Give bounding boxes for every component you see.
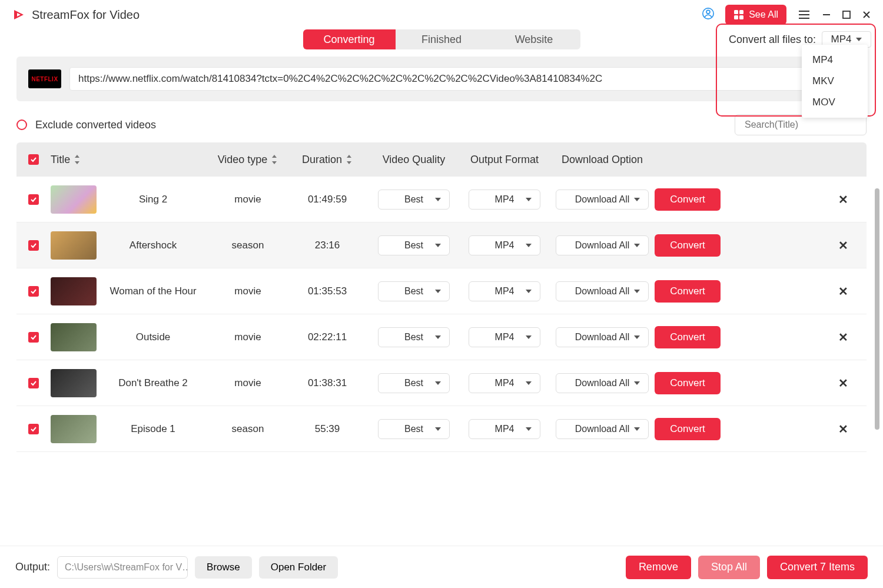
video-type: movie	[210, 285, 286, 297]
video-title: Sing 2	[97, 194, 210, 205]
row-checkbox[interactable]	[28, 332, 39, 343]
download-select[interactable]: Download All	[556, 190, 649, 210]
download-select[interactable]: Download All	[556, 235, 649, 255]
caret-down-icon	[526, 198, 532, 201]
remove-row-icon[interactable]: ✕	[831, 192, 855, 207]
format-option-mkv[interactable]: MKV	[802, 71, 868, 92]
menu-icon[interactable]	[797, 8, 811, 22]
tab-converting[interactable]: Converting	[303, 29, 396, 49]
svg-rect-6	[843, 11, 850, 18]
open-folder-button[interactable]: Open Folder	[259, 556, 338, 579]
format-option-mp4[interactable]: MP4	[802, 49, 868, 71]
format-select[interactable]: MP4	[469, 190, 540, 210]
header: StreamFox for Video See All	[0, 0, 883, 29]
convert-button[interactable]: Convert	[655, 280, 721, 303]
caret-down-icon	[435, 381, 441, 385]
see-all-label: See All	[749, 9, 778, 20]
remove-row-icon[interactable]: ✕	[831, 422, 855, 436]
column-type[interactable]: Video type	[210, 154, 286, 166]
download-select[interactable]: Download All	[556, 327, 649, 347]
table-row: Woman of the Hour movie 01:35:53 Best MP…	[16, 268, 867, 314]
tab-finished[interactable]: Finished	[396, 29, 488, 49]
circle-icon	[16, 119, 27, 130]
svg-rect-2	[734, 10, 738, 14]
grid-icon	[733, 9, 744, 20]
download-select[interactable]: Download All	[556, 373, 649, 393]
quality-select[interactable]: Best	[378, 419, 450, 439]
convert-all-label: Convert all files to:	[729, 34, 816, 46]
format-select[interactable]: MP4	[469, 281, 540, 301]
tabs: Converting Finished Website	[303, 29, 580, 49]
video-title: Woman of the Hour	[97, 285, 210, 297]
convert-button[interactable]: Convert	[655, 418, 721, 440]
caret-down-icon	[526, 244, 532, 247]
video-type: season	[210, 240, 286, 251]
remove-row-icon[interactable]: ✕	[831, 330, 855, 344]
column-title[interactable]: Title	[39, 154, 210, 166]
column-duration[interactable]: Duration	[286, 154, 369, 166]
video-duration: 02:22:11	[286, 331, 369, 343]
caret-down-icon	[526, 335, 532, 339]
caret-down-icon	[634, 381, 640, 385]
sort-icon	[271, 155, 278, 164]
video-thumbnail	[51, 185, 97, 214]
remove-row-icon[interactable]: ✕	[831, 284, 855, 298]
row-checkbox[interactable]	[28, 424, 39, 434]
quality-select[interactable]: Best	[378, 281, 450, 301]
quality-select[interactable]: Best	[378, 327, 450, 347]
convert-all-value: MP4	[831, 34, 852, 45]
video-thumbnail	[51, 277, 97, 305]
sort-icon	[346, 155, 353, 164]
table-row: Don't Breathe 2 movie 01:38:31 Best MP4 …	[16, 360, 867, 406]
download-select[interactable]: Download All	[556, 281, 649, 301]
app-title: StreamFox for Video	[32, 8, 140, 22]
convert-button[interactable]: Convert	[655, 234, 721, 257]
select-all-checkbox[interactable]	[28, 154, 39, 165]
minimize-icon[interactable]	[822, 10, 831, 19]
format-select[interactable]: MP4	[469, 235, 540, 255]
video-type: movie	[210, 377, 286, 389]
stop-all-button[interactable]: Stop All	[698, 556, 760, 579]
format-select[interactable]: MP4	[469, 327, 540, 347]
quality-select[interactable]: Best	[378, 373, 450, 393]
convert-button[interactable]: Convert	[655, 188, 721, 211]
see-all-button[interactable]: See All	[725, 5, 786, 25]
convert-button[interactable]: Convert	[655, 326, 721, 348]
format-select[interactable]: MP4	[469, 419, 540, 439]
video-duration: 01:38:31	[286, 377, 369, 389]
format-select[interactable]: MP4	[469, 373, 540, 393]
download-select[interactable]: Download All	[556, 419, 649, 439]
exclude-toggle[interactable]: Exclude converted videos	[16, 119, 156, 131]
output-path[interactable]: C:\Users\w\StreamFox for V…	[57, 556, 188, 579]
quality-select[interactable]: Best	[378, 235, 450, 255]
convert-button[interactable]: Convert	[655, 372, 721, 394]
caret-down-icon	[634, 244, 640, 247]
caret-down-icon	[634, 427, 640, 431]
quality-select[interactable]: Best	[378, 190, 450, 210]
browse-button[interactable]: Browse	[195, 556, 252, 579]
row-checkbox[interactable]	[28, 240, 39, 251]
table-row: Aftershock season 23:16 Best MP4 Downloa…	[16, 222, 867, 268]
account-icon[interactable]	[702, 7, 715, 22]
table-row: Outside movie 02:22:11 Best MP4 Download…	[16, 314, 867, 360]
remove-button[interactable]: Remove	[626, 556, 691, 579]
url-input[interactable]	[69, 67, 809, 91]
tabs-row: Converting Finished Website Convert all …	[0, 29, 883, 57]
convert-items-button[interactable]: Convert 7 Items	[767, 556, 868, 579]
exclude-label: Exclude converted videos	[35, 119, 156, 131]
svg-rect-3	[739, 10, 743, 14]
video-thumbnail	[51, 369, 97, 397]
row-checkbox[interactable]	[28, 378, 39, 388]
format-option-mov[interactable]: MOV	[802, 92, 868, 113]
row-checkbox[interactable]	[28, 286, 39, 297]
scrollbar-thumb[interactable]	[875, 188, 879, 430]
row-checkbox[interactable]	[28, 194, 39, 205]
maximize-icon[interactable]	[842, 10, 851, 19]
title-search-input[interactable]	[745, 119, 862, 130]
table-header: Title Video type Duration Video Quality …	[16, 142, 867, 177]
tab-website[interactable]: Website	[488, 29, 580, 49]
close-window-icon[interactable]	[862, 10, 871, 19]
video-title: Aftershock	[97, 240, 210, 251]
remove-row-icon[interactable]: ✕	[831, 376, 855, 390]
remove-row-icon[interactable]: ✕	[831, 238, 855, 253]
